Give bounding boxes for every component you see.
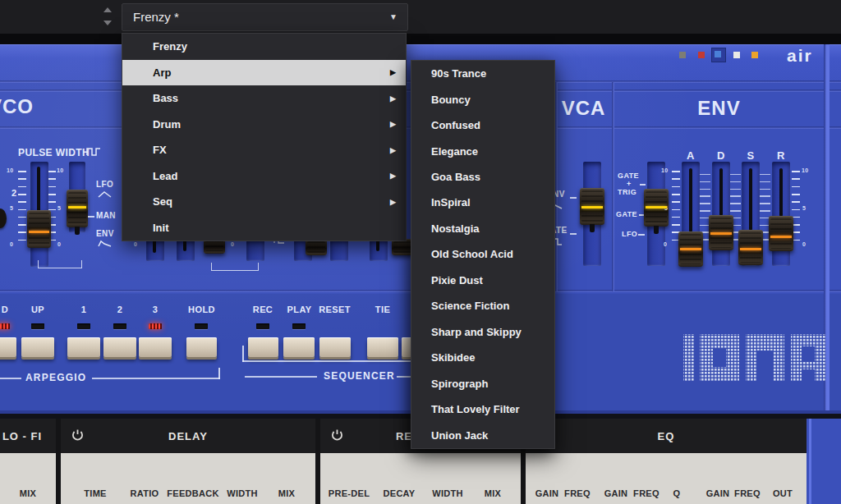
pulse-wave-icon [86, 147, 101, 156]
seq-rec-led [256, 323, 269, 329]
seq-rec-button[interactable] [248, 337, 278, 357]
arp-hold-led [195, 323, 208, 329]
arp-updown-button[interactable] [0, 337, 16, 357]
palette-square-gray[interactable] [679, 52, 686, 58]
arp-2-button[interactable] [103, 337, 136, 357]
scale-0: 0 [664, 241, 667, 247]
menu-item-arp[interactable]: Arp▶ [122, 60, 406, 86]
eq-freq3-label: FREQ [731, 488, 764, 498]
pulse-width-slider-handle[interactable] [27, 210, 51, 248]
palette-square-red[interactable] [698, 52, 705, 58]
slider-stem [153, 240, 156, 253]
reverb-power-icon[interactable] [330, 428, 344, 442]
submenu-item-nostalgia[interactable]: Nostalgia [411, 216, 554, 241]
switch-tail [590, 224, 595, 232]
menu-item-label: Lead [153, 170, 177, 182]
arp-3-button[interactable] [139, 337, 172, 357]
air-brand-logo: air [787, 46, 813, 66]
submenu-item-sharp-and-skippy[interactable]: Sharp and Skippy [411, 319, 554, 345]
seq-play-button[interactable] [283, 337, 315, 357]
section-title-vco: VCO [0, 95, 34, 118]
delay-header: DELAY [61, 419, 315, 453]
scale-0: 0 [134, 241, 137, 247]
arp-hold-button[interactable] [186, 337, 217, 357]
seq-reset-label: RESET [319, 305, 351, 314]
submenu-item-old-school-acid[interactable]: Old School Acid [411, 241, 554, 267]
seq-play-label: PLAY [284, 305, 315, 314]
delay-power-icon[interactable] [71, 428, 85, 442]
pw-mod-env-label: ENV [96, 229, 114, 238]
submenu-item-that-lovely-filter[interactable]: That Lovely Filter [411, 396, 554, 422]
submenu-item-elegance[interactable]: Elegance [411, 138, 554, 163]
arp-1-label: 1 [67, 305, 100, 314]
menu-item-bass[interactable]: Bass▶ [122, 85, 406, 112]
iona-logo [682, 332, 826, 383]
menu-item-drum[interactable]: Drum▶ [122, 112, 406, 138]
arpeggio-line [0, 378, 21, 379]
menu-item-init[interactable]: Init [122, 215, 406, 241]
eq-gain1-label: GAIN [531, 488, 563, 498]
env-attack-slider-handle[interactable] [678, 231, 703, 267]
menu-item-label: Arp [153, 66, 171, 79]
scale-5: 5 [57, 205, 61, 211]
vca-mode-switch-handle[interactable] [580, 188, 604, 225]
submenu-item-90s-trance[interactable]: 90s Trance [411, 61, 554, 86]
env-gate2-label: GATE [616, 210, 637, 218]
submenu-arrow-icon: ▶ [390, 68, 396, 76]
submenu-item-label: Goa Bass [431, 171, 480, 183]
slider-track-partial[interactable] [330, 240, 348, 261]
pw-mod-switch-handle[interactable] [67, 190, 88, 227]
palette-square-blue[interactable] [715, 51, 721, 57]
vco-num-label: 2 [11, 188, 17, 198]
reverb-width-label: WIDTH [428, 488, 467, 498]
preset-next-icon[interactable] [103, 21, 112, 25]
submenu-item-goa-bass[interactable]: Goa Bass [411, 164, 554, 190]
arp-up-button[interactable] [21, 337, 54, 357]
env-decay-slider-handle[interactable] [709, 215, 733, 250]
knob-partial[interactable] [0, 208, 7, 228]
palette-square-white[interactable] [733, 52, 740, 58]
preset-prev-icon[interactable] [103, 7, 112, 12]
menu-item-seq[interactable]: Seq▶ [122, 189, 406, 215]
scale-10: 10 [802, 167, 809, 173]
submenu-item-union-jack[interactable]: Union Jack [411, 422, 554, 447]
menu-item-lead[interactable]: Lead▶ [122, 163, 406, 190]
submenu-item-spirograph[interactable]: Spirograph [411, 370, 554, 396]
env-sustain-slider-handle[interactable] [738, 230, 763, 265]
submenu-item-inspiral[interactable]: InSpiral [411, 190, 554, 215]
preset-selector[interactable]: Frenzy * ▼ [122, 3, 408, 31]
arp-1-led [77, 323, 90, 329]
tick-dash [570, 197, 577, 199]
env-a-label: A [682, 149, 700, 162]
seq-reset-button[interactable] [319, 337, 351, 357]
submenu-item-bouncy[interactable]: Bouncy [411, 86, 554, 112]
submenu-item-label: Spirograph [431, 378, 488, 390]
menu-item-fx[interactable]: FX▶ [122, 137, 406, 163]
submenu-item-label: Skibidee [431, 351, 475, 364]
submenu-item-skibidee[interactable]: Skibidee [411, 345, 554, 370]
delay-width-label: WIDTH [226, 488, 259, 498]
menu-item-label: Drum [153, 118, 181, 131]
seq-tie-button[interactable] [367, 337, 398, 357]
submenu-item-label: Old School Acid [431, 248, 513, 260]
slider-handle-partial[interactable] [306, 239, 327, 255]
env-release-slider-handle[interactable] [769, 216, 793, 251]
submenu-arrow-icon: ▶ [390, 94, 396, 103]
seq-rec-label: REC [248, 305, 278, 314]
submenu-item-confused[interactable]: Confused [411, 112, 554, 138]
tick-dash [640, 184, 646, 186]
seq-play-led [292, 323, 306, 329]
slider-track-partial[interactable] [246, 240, 264, 261]
chevron-down-icon: ▼ [389, 4, 398, 30]
submenu-item-science-fiction[interactable]: Science Fiction [411, 293, 554, 318]
palette-square-orange[interactable] [751, 52, 758, 58]
lfo-wave-icon [98, 190, 112, 198]
menu-item-frenzy[interactable]: Frenzy [122, 34, 406, 60]
env-mode-switch-handle[interactable] [644, 189, 669, 227]
slider-stem [183, 240, 186, 251]
scale-0: 0 [10, 241, 13, 247]
eq-out-label: OUT [766, 488, 799, 498]
delay-title: DELAY [168, 430, 208, 442]
arp-1-button[interactable] [67, 337, 100, 357]
submenu-item-pixie-dust[interactable]: Pixie Dust [411, 268, 554, 293]
